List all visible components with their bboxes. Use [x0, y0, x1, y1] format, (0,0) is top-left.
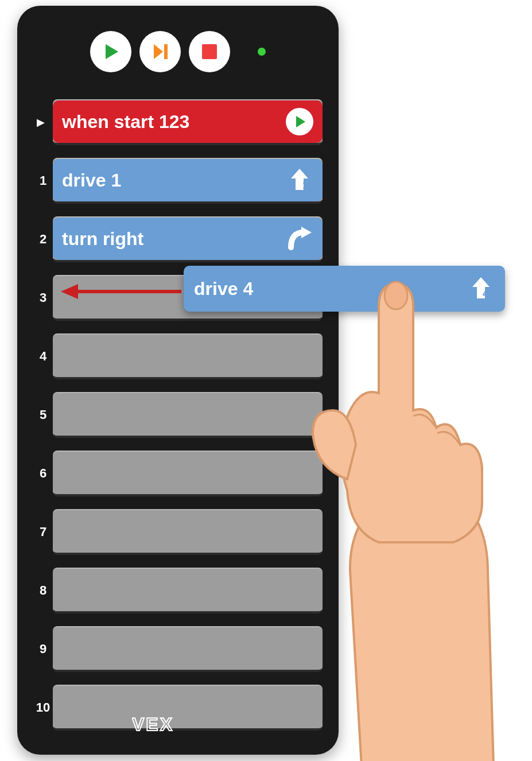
vex-logo: VEX: [17, 713, 339, 739]
program-row: 2 turn right: [33, 212, 323, 267]
block-label: drive 1: [62, 170, 121, 191]
row-number: 8: [33, 583, 53, 598]
svg-text:1: 1: [302, 180, 308, 191]
row-slot[interactable]: turn right: [53, 216, 323, 262]
row-number: 3: [33, 290, 53, 305]
curve-right-icon: [286, 225, 313, 253]
play-button[interactable]: [90, 31, 131, 72]
arrow-up-icon: 1: [286, 166, 313, 194]
block-label: turn right: [62, 228, 143, 250]
program-row: 8: [33, 563, 323, 618]
row-slot[interactable]: [53, 451, 323, 496]
controls-bar: [17, 31, 339, 72]
program-area: ▶ when start 123 1 drive 1: [33, 95, 323, 703]
play-icon: [101, 42, 121, 61]
row-number: 6: [33, 466, 53, 481]
svg-marker-4: [296, 116, 305, 127]
start-slot[interactable]: when start 123: [53, 99, 323, 145]
start-row: ▶ when start 123: [33, 95, 323, 150]
svg-text:VEX: VEX: [132, 714, 174, 735]
block-label: when start 123: [62, 111, 189, 133]
program-row: 9: [33, 622, 323, 677]
svg-marker-7: [301, 227, 312, 238]
row-slot[interactable]: [53, 333, 323, 379]
row-slot[interactable]: [53, 509, 323, 555]
drive-block[interactable]: drive 1 1: [53, 159, 323, 201]
row-number: 7: [33, 525, 53, 539]
row-number: 1: [33, 173, 53, 188]
step-button[interactable]: [139, 31, 181, 72]
program-row: 1 drive 1 1: [33, 153, 323, 208]
stop-icon: [201, 43, 218, 60]
svg-text:4: 4: [483, 288, 488, 300]
svg-marker-0: [106, 44, 118, 59]
row-slot[interactable]: [53, 392, 323, 438]
svg-rect-3: [202, 44, 217, 59]
block-run-icon[interactable]: [286, 108, 313, 135]
step-icon: [150, 42, 170, 61]
row-number: 5: [33, 407, 53, 422]
turn-right-block[interactable]: turn right: [53, 218, 323, 260]
block-label: drive 4: [194, 278, 253, 300]
dragged-block[interactable]: drive 4 4: [184, 266, 505, 312]
row-slot[interactable]: drive 1 1: [53, 158, 323, 204]
row-number: 2: [33, 232, 53, 247]
row-number: 4: [33, 349, 53, 364]
program-row: 4: [33, 329, 323, 384]
svg-rect-2: [164, 44, 168, 59]
program-row: 5: [33, 387, 323, 442]
svg-marker-1: [154, 44, 163, 59]
row-slot[interactable]: [53, 626, 323, 672]
arrow-up-icon: 4: [467, 275, 495, 302]
device-frame: ▶ when start 123 1 drive 1: [17, 6, 339, 755]
stop-button[interactable]: [189, 31, 230, 72]
row-number: 9: [33, 642, 53, 657]
program-row: 7: [33, 504, 323, 560]
status-led: [258, 48, 266, 56]
row-slot[interactable]: [53, 568, 323, 614]
program-row: 6: [33, 446, 323, 501]
when-start-block[interactable]: when start 123: [53, 100, 323, 143]
start-marker-icon: ▶: [37, 116, 45, 129]
